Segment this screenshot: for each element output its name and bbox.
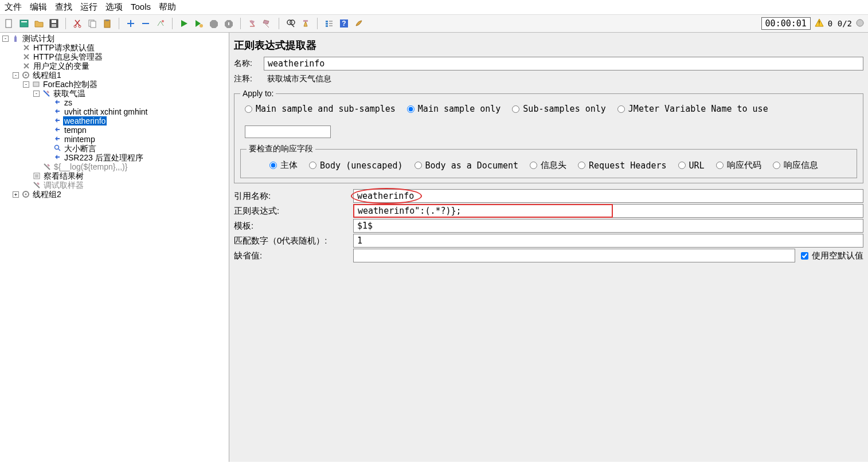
start-icon[interactable] bbox=[178, 18, 190, 29]
apply-main-only[interactable]: Main sample only bbox=[407, 104, 501, 114]
svg-point-29 bbox=[55, 146, 59, 150]
paste-icon[interactable] bbox=[101, 18, 113, 29]
panel-title: 正则表达式提取器 bbox=[234, 38, 863, 52]
match-no-input[interactable] bbox=[353, 234, 863, 248]
response-field-fieldset: 要检查的响应字段 主体 Body (unescaped) Body as a D… bbox=[240, 144, 857, 178]
menu-search[interactable]: 查找 bbox=[55, 2, 72, 13]
field-body[interactable]: 主体 bbox=[269, 160, 298, 171]
collapse-toggle[interactable]: - bbox=[33, 91, 40, 97]
expand-toggle[interactable]: + bbox=[13, 191, 19, 198]
open-icon[interactable] bbox=[33, 18, 45, 29]
svg-point-13 bbox=[200, 24, 203, 28]
template-input[interactable] bbox=[353, 219, 863, 233]
tree-thread-group-2[interactable]: 线程组2 bbox=[32, 190, 62, 199]
tree-get-temp[interactable]: 获取气温 bbox=[52, 89, 87, 98]
svg-rect-18 bbox=[326, 21, 328, 22]
clear-all-icon[interactable] bbox=[261, 18, 273, 29]
comment-value[interactable]: 获取城市天气信息 bbox=[264, 73, 863, 85]
tree-size-assertion[interactable]: 大小断言 bbox=[63, 144, 97, 153]
thread-counts: 0 0/2 bbox=[828, 19, 852, 28]
tree-uvhit[interactable]: uvhit cthit xchint gmhint bbox=[63, 107, 149, 116]
stop-icon[interactable] bbox=[208, 18, 220, 29]
use-empty-default-label: 使用空默认值 bbox=[812, 250, 863, 261]
toolbar: ? 00:00:01 ! 0 0/2 bbox=[0, 14, 868, 33]
tree-http-header-mgr[interactable]: HTTP信息头管理器 bbox=[32, 52, 104, 61]
copy-icon[interactable] bbox=[87, 18, 98, 29]
svg-text:!: ! bbox=[818, 20, 820, 26]
tree-foreach[interactable]: ForEach控制器 bbox=[42, 80, 99, 89]
field-headers[interactable]: 信息头 bbox=[530, 160, 566, 171]
menu-tools[interactable]: Tools bbox=[131, 2, 151, 13]
cut-icon[interactable] bbox=[72, 18, 83, 29]
jmeter-icon[interactable] bbox=[353, 18, 365, 29]
apply-to-legend: Apply to: bbox=[240, 89, 276, 98]
tree-jsr223[interactable]: JSR223 后置处理程序 bbox=[63, 153, 144, 162]
new-file-icon[interactable] bbox=[3, 18, 15, 29]
collapse-toggle[interactable]: - bbox=[23, 81, 29, 88]
svg-rect-0 bbox=[6, 19, 11, 28]
save-icon[interactable] bbox=[48, 18, 60, 29]
menu-help[interactable]: 帮助 bbox=[159, 2, 176, 13]
clear-icon[interactable] bbox=[247, 18, 258, 29]
apply-sub-only[interactable]: Sub-samples only bbox=[512, 104, 606, 114]
menu-edit[interactable]: 编辑 bbox=[30, 2, 47, 13]
menu-options[interactable]: 选项 bbox=[105, 2, 123, 13]
test-plan-tree[interactable]: -测试计划 HTTP请求默认值 HTTP信息头管理器 用户定义的变量 -线程组1… bbox=[0, 33, 229, 462]
field-response-code[interactable]: 响应代码 bbox=[716, 160, 761, 171]
menu-run[interactable]: 运行 bbox=[80, 2, 97, 13]
tree-view-results[interactable]: 察看结果树 bbox=[42, 171, 85, 181]
reset-search-icon[interactable] bbox=[300, 18, 311, 29]
help-icon[interactable]: ? bbox=[338, 18, 350, 29]
svg-rect-28 bbox=[33, 82, 39, 87]
svg-rect-2 bbox=[21, 21, 27, 22]
toggle-icon[interactable] bbox=[155, 18, 166, 29]
collapse-toggle[interactable]: - bbox=[13, 72, 19, 79]
jmeter-var-name-input[interactable] bbox=[245, 125, 331, 138]
start-no-timers-icon[interactable] bbox=[193, 18, 205, 29]
search-icon[interactable] bbox=[285, 18, 296, 29]
svg-point-27 bbox=[25, 74, 27, 76]
tree-debug-sampler[interactable]: 调试取样器 bbox=[42, 181, 85, 190]
function-helper-icon[interactable] bbox=[323, 18, 335, 29]
svg-rect-14 bbox=[228, 22, 229, 25]
templates-icon[interactable] bbox=[18, 18, 30, 29]
menu-file[interactable]: 文件 bbox=[5, 2, 22, 13]
field-url[interactable]: URL bbox=[678, 160, 705, 171]
use-empty-default-checkbox[interactable] bbox=[801, 252, 808, 260]
field-request-headers[interactable]: Request Headers bbox=[578, 160, 666, 171]
default-value-input[interactable] bbox=[353, 249, 795, 262]
field-response-msg[interactable]: 响应信息 bbox=[773, 160, 818, 171]
field-body-unescaped[interactable]: Body (unescaped) bbox=[309, 160, 403, 171]
ref-name-input[interactable] bbox=[353, 189, 863, 203]
shutdown-icon[interactable] bbox=[223, 18, 234, 29]
tree-tempn[interactable]: tempn bbox=[63, 125, 88, 135]
tree-test-plan[interactable]: 测试计划 bbox=[21, 34, 56, 43]
apply-main-and-sub[interactable]: Main sample and sub-samples bbox=[245, 104, 396, 114]
name-label: 名称: bbox=[234, 58, 264, 69]
regex-label: 正则表达式: bbox=[234, 206, 353, 217]
elapsed-timer: 00:00:01 bbox=[761, 17, 811, 30]
running-indicator-icon bbox=[855, 18, 865, 29]
svg-rect-4 bbox=[52, 20, 56, 23]
warning-icon[interactable]: ! bbox=[814, 18, 824, 30]
expand-icon[interactable] bbox=[125, 18, 136, 29]
name-input[interactable] bbox=[264, 57, 863, 70]
svg-rect-1 bbox=[20, 20, 28, 27]
tree-user-vars[interactable]: 用户定义的变量 bbox=[32, 61, 91, 70]
tree-http-defaults[interactable]: HTTP请求默认值 bbox=[32, 43, 96, 52]
tree-thread-group-1[interactable]: 线程组1 bbox=[32, 70, 62, 80]
regex-input[interactable] bbox=[353, 204, 613, 218]
apply-jmeter-var[interactable]: JMeter Variable Name to use bbox=[617, 104, 768, 114]
tree-log-expr[interactable]: ${__log(${tempn},,,)} bbox=[53, 162, 128, 171]
field-body-document[interactable]: Body as a Document bbox=[415, 160, 519, 171]
tree-mintemp[interactable]: mintemp bbox=[63, 135, 96, 144]
collapse-toggle[interactable]: - bbox=[2, 36, 9, 42]
collapse-icon[interactable] bbox=[140, 18, 151, 29]
tree-weatherinfo[interactable]: weatherinfo bbox=[63, 116, 107, 125]
svg-rect-5 bbox=[52, 24, 56, 27]
tree-zs[interactable]: zs bbox=[63, 98, 73, 107]
svg-rect-9 bbox=[91, 21, 96, 28]
template-label: 模板: bbox=[234, 221, 353, 231]
svg-rect-11 bbox=[105, 19, 109, 21]
comment-label: 注释: bbox=[234, 74, 264, 84]
